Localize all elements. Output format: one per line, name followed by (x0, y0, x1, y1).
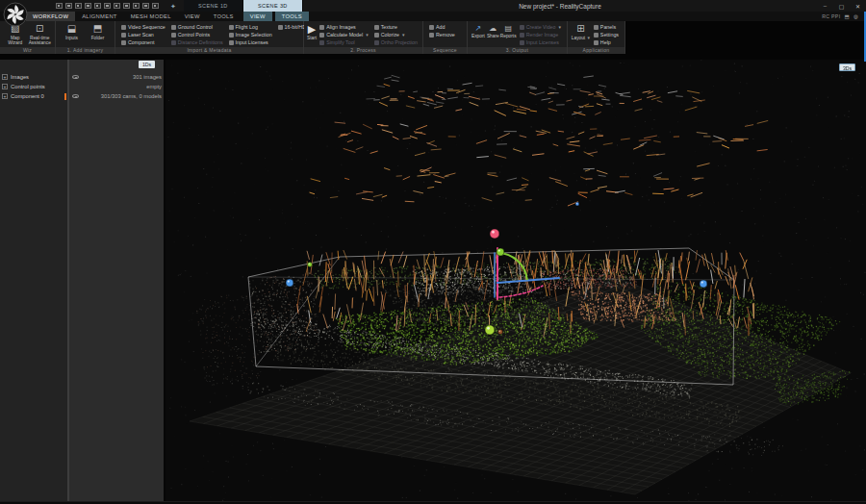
realtime-assistance-button[interactable]: ⊡ Real-time Assistance (28, 22, 53, 45)
tree-row-images[interactable]: + Images 301 images (0, 72, 166, 82)
inputs-icon: ⬓ (67, 23, 76, 35)
inputs-button[interactable]: ⬓ Inputs (59, 22, 85, 40)
scene-tab-strip: SCENE 1D SCENE 3D (184, 0, 303, 12)
dropdown-caret-icon[interactable]: ▾ (402, 33, 405, 38)
share-button[interactable]: ☁ Share (487, 22, 499, 38)
expand-plus-icon[interactable]: + (2, 93, 8, 99)
menu-item-output-input-licenses[interactable]: Input Licenses (520, 40, 561, 46)
dropdown-caret-icon[interactable]: ▾ (366, 33, 369, 38)
menu-item-add[interactable]: Add (429, 25, 455, 31)
visibility-eye-icon[interactable] (72, 94, 79, 98)
undo-icon[interactable] (142, 3, 149, 9)
ribbon-tab-alignment[interactable]: ALIGNMENT (75, 12, 124, 21)
panels-icon (594, 25, 599, 30)
layout-preset-icon[interactable] (56, 3, 63, 9)
notifications-icon[interactable]: ⬒ (844, 13, 850, 19)
menu-item-colorize[interactable]: Colorize▾ (374, 33, 418, 38)
reports-button[interactable]: ▤ Reports (501, 22, 516, 38)
help-icon[interactable]: ◍ (853, 13, 858, 19)
export-button[interactable]: ↗ Export (471, 22, 485, 38)
tree-row-value: 301/303 cams, 0 models (79, 93, 166, 99)
image-selection-icon (229, 33, 234, 38)
create-video-icon (520, 25, 524, 30)
layout-grid-icon: ⊞ (576, 23, 584, 35)
menu-item-texture[interactable]: Texture (374, 25, 418, 31)
view-label-3ds[interactable]: 3Ds (839, 63, 855, 71)
menu-item-image-selection[interactable]: Image Selection (229, 33, 272, 38)
expand-plus-icon[interactable]: + (2, 84, 8, 89)
add-view-icon[interactable]: ✦ (170, 3, 176, 10)
menu-item-component[interactable]: Component (121, 40, 166, 46)
layout-preset-icon[interactable] (104, 3, 111, 9)
share-cloud-icon: ☁ (489, 24, 497, 33)
menu-item-control-points[interactable]: Control Points (171, 33, 223, 38)
ribbon-group-add-imagery: ⬓ Inputs ⬒ Folder 1. Add imagery (56, 21, 115, 54)
license-area: RC PPI ⬒ ◍ (822, 12, 866, 21)
menu-item-input-licenses[interactable]: Input Licenses (229, 40, 272, 46)
settings-icon (594, 33, 599, 38)
menu-item-distance-definitions[interactable]: Distance Definitions (171, 40, 223, 46)
expand-plus-icon[interactable]: + (2, 74, 8, 80)
calculate-model-icon (319, 33, 324, 38)
simplify-tool-icon (319, 40, 324, 45)
layout-preset-icon[interactable] (75, 3, 82, 9)
ribbon-tab-tools[interactable]: TOOLS (207, 12, 241, 21)
control-points-icon (171, 33, 176, 38)
menu-item-ortho-projection[interactable]: Ortho Projection (374, 40, 418, 46)
menu-item-remove[interactable]: Remove (429, 33, 455, 38)
tab-scene-1d[interactable]: SCENE 1D (184, 0, 243, 12)
realitycapture-logo (3, 2, 28, 27)
flight-log-icon (229, 25, 234, 30)
maximize-button[interactable]: ▢ (833, 0, 850, 12)
group-label-add-imagery: 1. Add imagery (56, 47, 115, 54)
minimize-button[interactable]: – (817, 0, 833, 12)
point-cloud-canvas[interactable] (166, 60, 866, 501)
group-label-process: 2. Process (304, 47, 422, 54)
menu-item-help[interactable]: Help (594, 40, 619, 46)
redo-icon[interactable] (152, 3, 159, 9)
realitycapture-window: { "titlebar": { "title": "New project* -… (0, 0, 866, 504)
ribbon-group-process: ▶ Start Align Images Calculate Model▾ Si… (304, 21, 423, 54)
ribbon-tab-mesh-model[interactable]: MESH MODEL (124, 12, 178, 21)
layout-preset-icon[interactable] (94, 3, 101, 9)
scene-1d-panel: 1Ds + Images 301 images + Control points… (0, 60, 166, 501)
ribbon-context-tab-view[interactable]: VIEW (243, 12, 272, 21)
ribbon-context-tab-tools[interactable]: TOOLS (275, 12, 309, 21)
dropdown-caret-icon[interactable]: ▾ (588, 35, 591, 40)
menu-item-render-image[interactable]: Render Image (520, 33, 561, 38)
tab-scene-3d[interactable]: SCENE 3D (243, 0, 303, 12)
window-title: New project* - RealityCapture (303, 3, 817, 10)
layout-preset-icon[interactable] (65, 3, 72, 9)
scene-3d-viewport[interactable]: 3Ds (166, 60, 866, 501)
menu-item-video-sequence[interactable]: Video Sequence (121, 25, 166, 31)
layout-preset-icon[interactable] (133, 3, 140, 9)
group-label-sequence: Sequence (423, 47, 467, 54)
visibility-eye-icon[interactable] (72, 75, 79, 79)
menu-item-align-images[interactable]: Align Images (319, 25, 369, 31)
ribbon-tab-workflow[interactable]: WORKFLOW (26, 12, 75, 21)
start-button[interactable]: ▶ Start (307, 22, 317, 40)
group-label-application: Application (568, 47, 624, 54)
menu-item-calculate-model[interactable]: Calculate Model▾ (319, 33, 369, 38)
ribbon-group-application: ⊞ Layout ▾ Panels Settings Help Applicat… (568, 21, 625, 54)
tree-row-control-points[interactable]: + Control points empty (0, 82, 166, 91)
tree-row-component-0[interactable]: + Component 0 301/303 cams, 0 models (0, 91, 166, 101)
layout-preset-icon[interactable] (85, 3, 91, 9)
menu-item-flight-log[interactable]: Flight Log (229, 25, 272, 31)
menu-item-settings[interactable]: Settings (594, 33, 619, 38)
ribbon-tab-view[interactable]: VIEW (178, 12, 207, 21)
layout-button[interactable]: ⊞ Layout ▾ (571, 22, 591, 40)
folder-button[interactable]: ⬒ Folder (85, 22, 111, 40)
layout-preset-icon[interactable] (123, 3, 130, 9)
license-badge: RC PPI (822, 13, 840, 19)
menu-item-laser-scan[interactable]: Laser Scan (121, 33, 166, 38)
ribbon-tab-bar: WORKFLOW ALIGNMENT MESH MODEL VIEW TOOLS… (0, 12, 866, 21)
menu-item-create-video[interactable]: Create Video▾ (520, 25, 561, 31)
view-label-1ds[interactable]: 1Ds (139, 61, 155, 68)
menu-item-simplify-tool[interactable]: Simplify Tool (319, 40, 369, 46)
layout-preset-icon[interactable] (114, 3, 120, 9)
dropdown-caret-icon[interactable]: ▾ (559, 25, 562, 31)
menu-item-panels[interactable]: Panels (594, 25, 619, 31)
close-button[interactable]: ✕ (850, 0, 866, 12)
menu-item-ground-control[interactable]: Ground Control (171, 25, 223, 31)
